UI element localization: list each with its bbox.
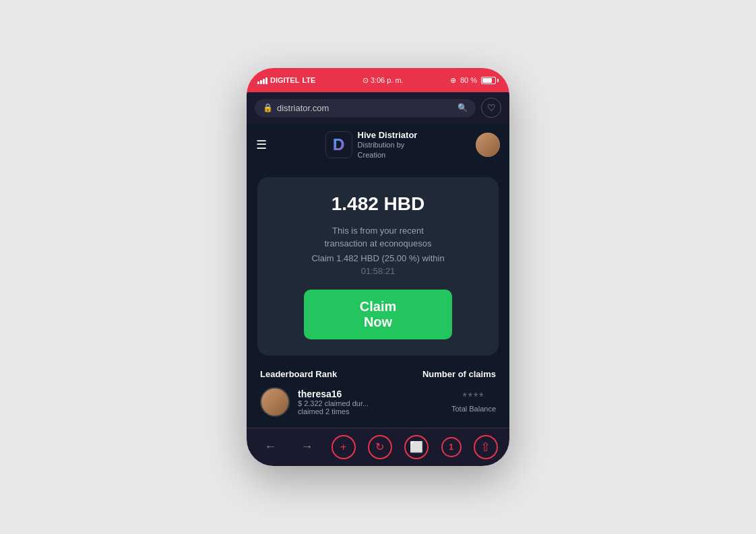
leaderboard-header: Leaderboard Rank Number of claims bbox=[260, 369, 496, 379]
status-left: DIGITEL LTE bbox=[257, 76, 315, 84]
user-stats: **** Total Balance bbox=[451, 391, 496, 413]
claim-now-button[interactable]: Claim Now bbox=[304, 290, 452, 339]
logo-letter: D bbox=[333, 135, 344, 154]
header-title: Hive Distriator Distribution by Creation bbox=[358, 130, 418, 160]
app-header: ☰ D Hive Distriator Distribution by Crea… bbox=[247, 123, 509, 166]
share-button[interactable]: ⇧ bbox=[474, 435, 498, 459]
signal-bar-3 bbox=[263, 79, 265, 84]
status-bar: DIGITEL LTE ⊙ 3:06 p. m. ⊕ 80 % bbox=[247, 68, 509, 92]
status-time: ⊙ 3:06 p. m. bbox=[363, 76, 404, 85]
claims-label: Number of claims bbox=[422, 369, 496, 379]
claim-card: 1.482 HBD This is from your recent trans… bbox=[257, 177, 499, 356]
signal-bars bbox=[257, 76, 267, 84]
tab-view-button[interactable]: ⬜ bbox=[404, 435, 429, 459]
search-icon: 🔍 bbox=[458, 103, 468, 112]
claimed-amount-text: $ 2.322 claimed dur... bbox=[298, 399, 443, 407]
logo-box: D bbox=[325, 131, 352, 158]
add-tab-button[interactable]: + bbox=[332, 435, 356, 459]
user-avatar bbox=[260, 387, 290, 417]
stars-display: **** bbox=[451, 391, 496, 403]
claim-amount: 1.482 HBD bbox=[271, 193, 485, 215]
browser-bar: 🔒 distriator.com 🔍 ♡ bbox=[247, 92, 509, 123]
leaderboard-section: Leaderboard Rank Number of claims theres… bbox=[257, 369, 499, 417]
url-text: distriator.com bbox=[277, 103, 453, 113]
rank-label: Leaderboard Rank bbox=[260, 369, 337, 379]
network-text: LTE bbox=[302, 76, 315, 84]
username-text: theresa16 bbox=[298, 389, 443, 399]
leaderboard-row: theresa16 $ 2.322 claimed dur... claimed… bbox=[260, 387, 496, 417]
status-right: ⊕ 80 % bbox=[450, 76, 499, 85]
carrier-text: DIGITEL bbox=[270, 76, 299, 84]
description-line1: This is from your recent transaction at … bbox=[271, 224, 485, 251]
wifi-icon: ⊕ bbox=[450, 76, 456, 85]
hamburger-menu-icon[interactable]: ☰ bbox=[256, 137, 267, 152]
claimed-times-text: claimed 2 times bbox=[298, 407, 443, 415]
forward-button[interactable]: → bbox=[294, 435, 319, 459]
claim-detail-text: Claim 1.482 HBD (25.00 %) within bbox=[271, 253, 485, 263]
browser-nav: ← → + ↻ ⬜ 1 ⇧ bbox=[247, 428, 509, 466]
url-bar[interactable]: 🔒 distriator.com 🔍 bbox=[255, 99, 476, 117]
refresh-button[interactable]: ↻ bbox=[368, 435, 392, 459]
main-content: 1.482 HBD This is from your recent trans… bbox=[247, 166, 509, 428]
phone-frame: DIGITEL LTE ⊙ 3:06 p. m. ⊕ 80 % 🔒 distri… bbox=[247, 68, 509, 466]
back-button[interactable]: ← bbox=[258, 435, 282, 459]
site-name: Hive Distriator bbox=[358, 130, 418, 140]
favorite-button[interactable]: ♡ bbox=[481, 98, 501, 118]
total-balance-label: Total Balance bbox=[451, 405, 496, 413]
claim-timer: 01:58:21 bbox=[271, 266, 485, 276]
battery-icon bbox=[481, 77, 499, 84]
lock-icon: 🔒 bbox=[263, 103, 273, 112]
user-avatar-header[interactable] bbox=[476, 133, 500, 157]
header-center: D Hive Distriator Distribution by Creati… bbox=[325, 130, 418, 160]
signal-bar-4 bbox=[265, 77, 267, 84]
signal-bar-1 bbox=[257, 81, 259, 84]
badge-button[interactable]: 1 bbox=[441, 437, 462, 457]
avatar-image bbox=[476, 133, 500, 157]
signal-bar-2 bbox=[260, 80, 262, 84]
time-icon: ⊙ bbox=[363, 76, 369, 84]
site-subtitle: Distribution by Creation bbox=[358, 140, 418, 160]
user-info: theresa16 $ 2.322 claimed dur... claimed… bbox=[298, 389, 443, 415]
